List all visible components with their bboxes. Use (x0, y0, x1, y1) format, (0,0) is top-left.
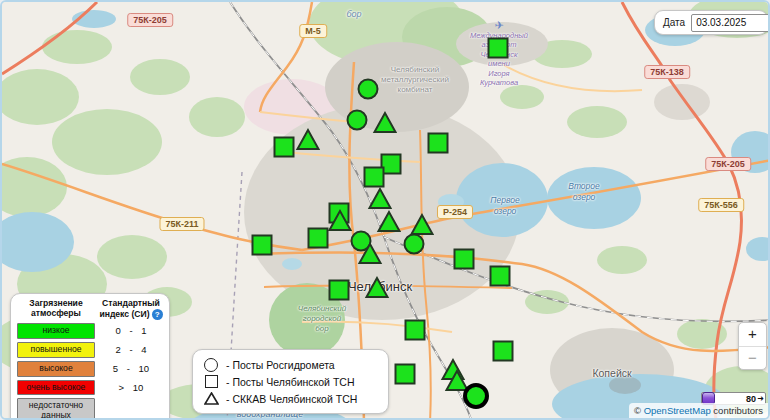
station-marker-square[interactable] (489, 39, 508, 58)
station-marker-square[interactable] (491, 267, 510, 286)
date-panel: Дата (654, 10, 768, 35)
station-marker-square[interactable] (396, 365, 415, 384)
opacity-value: 80 (746, 394, 756, 404)
circle-symbol-icon (203, 358, 219, 372)
station-legend-label: - Посты Росгидромета (226, 359, 335, 371)
station-marker-triangle[interactable] (375, 113, 396, 132)
station-marker-triangle[interactable] (367, 278, 388, 297)
station-marker-triangle[interactable] (370, 189, 391, 208)
station-marker-circle[interactable] (359, 80, 378, 99)
si-range: > 10 (99, 382, 163, 393)
station-marker-square[interactable] (494, 342, 513, 361)
pollution-legend-title: Загрязнение атмосферы (17, 299, 95, 320)
station-marker-triangle[interactable] (379, 212, 400, 231)
station-marker-square[interactable] (429, 134, 448, 153)
pollution-level-chip: низкое (17, 323, 95, 339)
si-range: 5 - 10 (99, 363, 163, 374)
si-legend-title: Стандартный индекс (СИ) (99, 298, 159, 319)
station-legend-label: - СККАВ Челябинской ТСН (226, 393, 357, 405)
station-marker-square[interactable] (365, 168, 384, 187)
triangle-symbol-icon (203, 392, 219, 405)
station-marker-square[interactable] (330, 281, 349, 300)
pollution-level-row: очень высокое> 10 (17, 380, 163, 396)
si-range: 0 - 1 (99, 325, 163, 336)
station-marker-square[interactable] (275, 138, 294, 157)
date-input[interactable] (691, 14, 770, 32)
station-marker-square[interactable] (455, 250, 474, 269)
zoom-out-button[interactable]: − (739, 346, 766, 370)
pollution-level-row: повышенное2 - 4 (17, 342, 163, 358)
station-legend-row: - Посты Росгидромета (203, 356, 378, 373)
station-legend-label: - Посты Челябинской ТСН (226, 376, 354, 388)
si-range: 2 - 4 (99, 344, 163, 355)
pollution-legend-panel: Загрязнение атмосферы Стандартный индекс… (10, 293, 170, 420)
pollution-level-chip: высокое (17, 361, 95, 377)
pollution-level-row: высокое5 - 10 (17, 361, 163, 377)
station-legend-row: - Посты Челябинской ТСН (203, 373, 378, 390)
attribution-prefix: © (634, 405, 644, 416)
osm-link[interactable]: OpenStreetMap (644, 405, 711, 416)
station-marker-square[interactable] (406, 321, 425, 340)
attribution: © OpenStreetMap contributors (629, 403, 768, 418)
help-icon[interactable]: ? (152, 309, 163, 320)
slider-arrow-icon: ➜ (757, 395, 764, 403)
air-quality-map-app: 75К-205М-575К-13875К-20575К-55675К-211Р-… (0, 0, 770, 420)
date-label: Дата (663, 17, 685, 28)
zoom-control: + − (738, 322, 767, 370)
pollution-level-row: недостаточно данных (17, 398, 163, 420)
station-legend-panel: - Посты Росгидромета- Посты Челябинской … (192, 349, 389, 414)
pollution-level-chip: очень высокое (17, 380, 95, 396)
square-symbol-icon (203, 375, 219, 388)
pollution-level-chip: недостаточно данных (17, 398, 95, 420)
station-marker-circle[interactable] (348, 111, 367, 130)
pollution-level-chip: повышенное (17, 342, 95, 358)
station-marker-square[interactable] (253, 236, 272, 255)
station-legend-row: - СККАВ Челябинской ТСН (203, 390, 378, 407)
station-marker-triangle[interactable] (298, 130, 319, 149)
attribution-suffix: contributors (711, 405, 763, 416)
station-marker-triangle[interactable] (412, 215, 433, 234)
station-marker-square[interactable] (309, 229, 328, 248)
pollution-level-row: низкое0 - 1 (17, 323, 163, 339)
zoom-in-button[interactable]: + (739, 323, 766, 346)
station-marker-circle[interactable] (405, 235, 424, 254)
station-marker-circle-selected[interactable] (465, 385, 487, 407)
